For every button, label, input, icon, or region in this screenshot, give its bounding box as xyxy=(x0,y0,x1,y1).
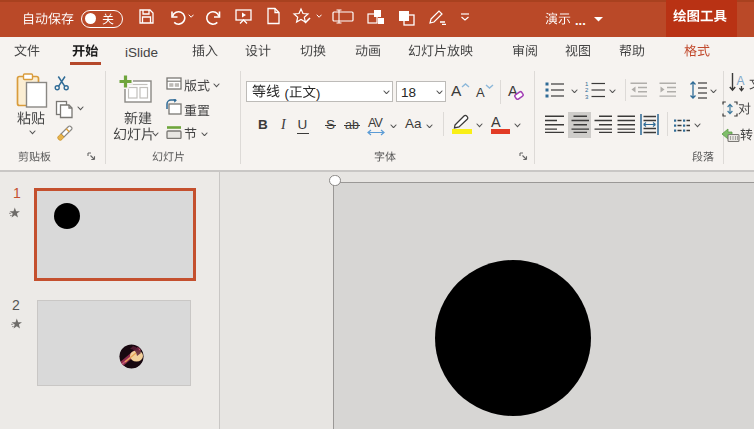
svg-text:1: 1 xyxy=(585,81,589,87)
svg-text:3: 3 xyxy=(585,94,589,100)
svg-text:A: A xyxy=(737,74,745,88)
svg-text:2: 2 xyxy=(585,87,589,93)
